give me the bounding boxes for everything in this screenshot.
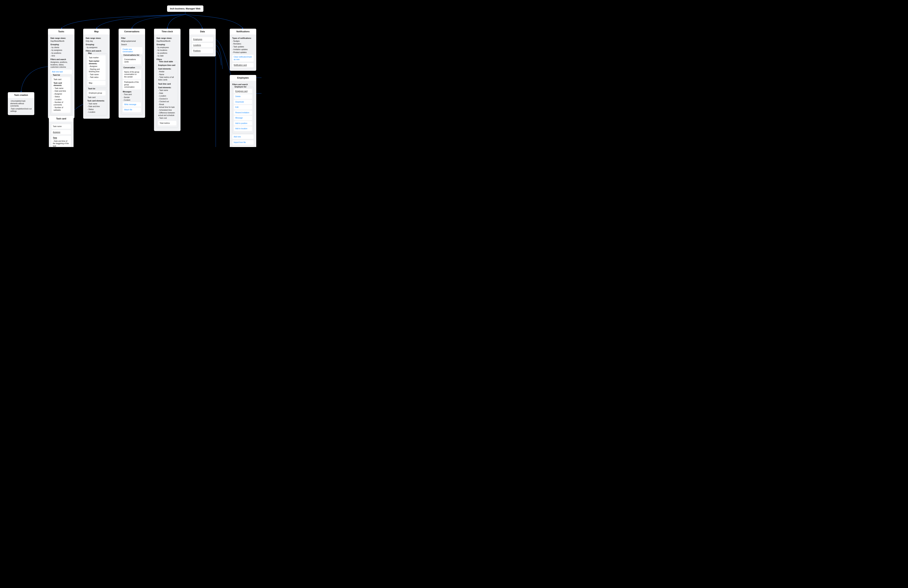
data-employees-link[interactable]: Employees xyxy=(192,37,213,42)
task-card-link[interactable]: Task card xyxy=(53,79,61,80)
import-from-file-button[interactable]: Import from file xyxy=(232,140,254,145)
map-card: Map Date range views: Only day Grouping:… xyxy=(83,29,110,119)
create-conversation-button[interactable]: Create new conversation xyxy=(121,47,143,54)
label: Grouping: xyxy=(50,43,72,46)
notifications-card: Notifications Types of notifications: - … xyxy=(230,29,256,71)
task-creation-card: Task creation -Uncompleted task elements… xyxy=(8,92,34,115)
notification-card-link[interactable]: Notification card xyxy=(232,63,254,67)
data-positions-link[interactable]: Positions xyxy=(192,48,213,53)
label: Date range views: xyxy=(50,37,72,40)
time-clock-title: Time clock xyxy=(154,29,180,34)
task-list-group: Task list Task card Task card elements: … xyxy=(50,75,72,115)
conversations-list-group: Conversations list Conversations cards xyxy=(121,55,143,67)
add-new-employee-button[interactable]: Add new xyxy=(232,135,254,139)
map-task-card-link[interactable]: Task card xyxy=(88,96,105,99)
task-name-field: Task name xyxy=(52,124,71,129)
emp-action-edit[interactable]: Edit xyxy=(234,105,252,109)
write-message-button[interactable]: Write message xyxy=(123,102,141,107)
attach-file-button[interactable]: Attach file xyxy=(123,108,141,112)
conversation-group: Conversation Name of the group conversat… xyxy=(121,68,143,114)
task-marker-link[interactable]: Task marker xyxy=(89,56,98,59)
add-new-task-button[interactable]: Add new task xyxy=(50,69,72,74)
employee-card-link[interactable]: Employee card xyxy=(234,89,252,94)
data-locations-link[interactable]: Locations xyxy=(192,43,213,48)
value: Day/Week/Month xyxy=(50,40,72,42)
tasks-title: Tasks xyxy=(48,29,74,34)
employees-title: Employees xyxy=(230,75,256,81)
emp-action-message[interactable]: Message xyxy=(234,116,252,120)
emp-action-delete[interactable]: Delete xyxy=(234,94,252,99)
clear-notification-button[interactable]: Clear notification/mark as new xyxy=(232,55,254,62)
label: Filters and search xyxy=(50,58,72,61)
root-node: Inch business. Manager/ Web xyxy=(167,5,203,12)
root-title: Inch business. Manager/ Web xyxy=(170,8,201,10)
conversations-card: Conversations Filter All/group/personal … xyxy=(119,29,145,118)
employee-group: Employee group xyxy=(87,91,106,95)
employees-card: Employees Filters and search Employee li… xyxy=(230,75,256,147)
emp-action-add-location[interactable]: Add to location xyxy=(234,126,252,131)
notifications-title: Notifications xyxy=(230,29,256,34)
emp-action-resend[interactable]: Resend invitation xyxy=(234,110,252,115)
time-clock-card: Time clock Date range views: Day/Week/Mo… xyxy=(154,29,180,131)
conversations-title: Conversations xyxy=(119,29,145,34)
data-card: Data Employees Locations Positions xyxy=(189,29,216,56)
emp-action-add-position[interactable]: Add to position xyxy=(234,121,252,126)
map-text: Map xyxy=(87,81,106,85)
time-section: Time - Date and time of the beggining of… xyxy=(52,136,71,147)
employee-list-group: Employee list Employee card Delete Deact… xyxy=(232,87,254,133)
value: Assignees, positions, locations, status,… xyxy=(50,61,72,68)
task-card-title: Task card xyxy=(49,116,74,122)
map-title: Map xyxy=(83,29,110,34)
emp-action-deactivate[interactable]: Deactivate xyxy=(234,100,252,104)
task-card-detail: Task card Task name Assignee Time - Date… xyxy=(49,116,74,147)
assignee-link[interactable]: Assignee xyxy=(52,130,71,135)
time-clock-table-group: Time clock table Employee time card Card… xyxy=(156,62,178,128)
tasks-card: Tasks Date range views: Day/Week/Month G… xyxy=(48,29,74,118)
export-button[interactable]: Export xyxy=(232,146,254,147)
data-title: Data xyxy=(189,29,216,34)
map-group: Map Task marker Task marker elements: - … xyxy=(86,53,107,88)
task-creation-title: Task creation xyxy=(8,92,34,98)
map-task-list-group: Task list Employee group Task card Task … xyxy=(86,89,107,116)
